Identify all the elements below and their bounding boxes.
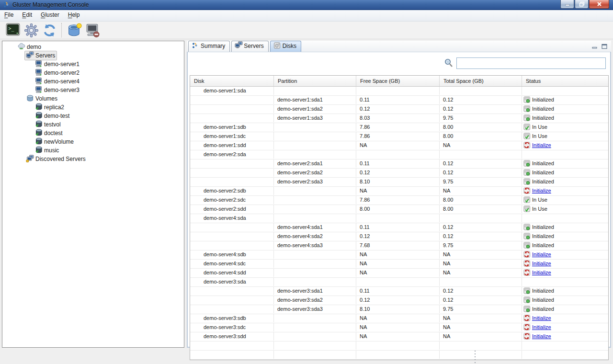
search-input[interactable] bbox=[456, 57, 606, 69]
tree-item-demo-server2[interactable]: demo-server2 bbox=[2, 68, 184, 77]
total-cell: 8.00 bbox=[440, 205, 522, 213]
in-use-icon bbox=[523, 124, 531, 130]
minimize-view-button[interactable] bbox=[591, 43, 599, 49]
tree-item-demo-test[interactable]: demo-test bbox=[2, 111, 184, 120]
initialize-link[interactable]: Initialize bbox=[532, 270, 551, 275]
table-row[interactable]: demo-server4:sda bbox=[190, 214, 608, 223]
initialize-link[interactable]: Initialize bbox=[532, 261, 551, 266]
bottom-sash-handle[interactable] bbox=[475, 351, 476, 363]
toolbar-separator bbox=[61, 23, 62, 37]
table-row[interactable]: demo-server3:sda20.120.12Initialized bbox=[190, 296, 608, 305]
table-row[interactable]: demo-server3:sdbNANAInitialize bbox=[190, 314, 608, 323]
tab-disks[interactable]: Disks bbox=[270, 41, 301, 52]
disk-cell: demo-server3:sdb bbox=[190, 314, 274, 322]
table-row[interactable]: demo-server2:sdc7.868.00In Use bbox=[190, 196, 608, 205]
table-row[interactable]: demo-server4:sdcNANAInitialize bbox=[190, 260, 608, 269]
table-row[interactable] bbox=[190, 351, 608, 360]
column-header-total-space-gb[interactable]: Total Space (GB) bbox=[440, 76, 522, 86]
tree-item-demo-server1[interactable]: demo-server1 bbox=[2, 59, 184, 68]
status-cell: Initialized bbox=[522, 114, 607, 122]
table-row[interactable] bbox=[190, 341, 608, 351]
settings-gear-button[interactable] bbox=[22, 22, 40, 38]
menu-edit[interactable]: Edit bbox=[18, 10, 36, 21]
partition-cell bbox=[274, 278, 356, 286]
menu-gluster[interactable]: Gluster bbox=[36, 10, 64, 21]
table-row[interactable]: demo-server1:sdb7.868.00In Use bbox=[190, 123, 608, 132]
table-header: DiskPartitionFree Space (GB)Total Space … bbox=[190, 76, 608, 87]
table-row[interactable]: demo-server4:sda10.110.12Initialized bbox=[190, 223, 608, 232]
tree-item-servers[interactable]: Servers bbox=[2, 51, 184, 59]
maximize-view-button[interactable] bbox=[601, 43, 608, 49]
table-row[interactable]: demo-server3:sdcNANAInitialize bbox=[190, 323, 608, 332]
tree-item-music[interactable]: music bbox=[2, 146, 184, 154]
table-row[interactable]: demo-server3:sddNANAInitialize bbox=[190, 332, 608, 341]
tree-item-testvol[interactable]: testvol bbox=[2, 120, 184, 128]
close-button[interactable] bbox=[589, 0, 609, 9]
initialize-link[interactable]: Initialize bbox=[532, 251, 551, 257]
table-row[interactable]: demo-server4:sddNANAInitialize bbox=[190, 269, 608, 278]
column-header-partition[interactable]: Partition bbox=[274, 76, 356, 86]
status-label: Initialized bbox=[532, 224, 554, 230]
table-row[interactable]: demo-server2:sda38.109.75Initialized bbox=[190, 178, 608, 187]
table-row[interactable]: demo-server2:sdbNANAInitialize bbox=[190, 187, 608, 196]
refresh-button[interactable] bbox=[40, 22, 58, 38]
table-row[interactable]: demo-server1:sda bbox=[190, 87, 608, 96]
tree-item-label: demo-server4 bbox=[44, 78, 79, 85]
maximize-button[interactable] bbox=[575, 0, 589, 9]
column-header-status[interactable]: Status bbox=[522, 76, 607, 86]
partition-cell: demo-server2:sda3 bbox=[274, 178, 356, 186]
table-row[interactable]: demo-server1:sda10.110.12Initialized bbox=[190, 96, 608, 105]
tree-item-label: newVolume bbox=[44, 138, 74, 145]
tree-item-doctest[interactable]: doctest bbox=[2, 128, 184, 137]
status-label: Initialized bbox=[532, 179, 554, 184]
initialize-link[interactable]: Initialize bbox=[532, 315, 551, 321]
status-label: Initialized bbox=[532, 306, 554, 312]
total-cell: NA bbox=[440, 260, 522, 268]
tree-item-replica2[interactable]: replica2 bbox=[2, 102, 184, 111]
table-row[interactable]: demo-server1:sddNANAInitialize bbox=[190, 141, 608, 150]
table-row[interactable]: demo-server1:sda20.120.12Initialized bbox=[190, 105, 608, 114]
minimize-button[interactable] bbox=[560, 0, 574, 9]
table-row[interactable]: demo-server1:sda38.039.75Initialized bbox=[190, 114, 608, 123]
table-row[interactable]: demo-server2:sdd8.008.00In Use bbox=[190, 205, 608, 214]
table-row[interactable]: demo-server4:sda37.689.75Initialized bbox=[190, 241, 608, 250]
titlebar[interactable]: Gluster Management Console bbox=[0, 0, 613, 10]
table-row[interactable]: demo-server2:sda bbox=[190, 150, 608, 159]
window-controls bbox=[560, 0, 609, 9]
tree-item-demo-server3[interactable]: demo-server3 bbox=[2, 85, 184, 94]
initialize-link[interactable]: Initialize bbox=[532, 324, 551, 330]
create-volume-button[interactable] bbox=[65, 22, 83, 38]
table-row[interactable]: demo-server3:sda10.110.12Initialized bbox=[190, 287, 608, 296]
table-row[interactable]: demo-server4:sdbNANAInitialize bbox=[190, 250, 608, 260]
tree-item-label: replica2 bbox=[44, 104, 64, 111]
tree-item-volumes[interactable]: Volumes bbox=[2, 94, 184, 102]
tree-item-newvolume[interactable]: newVolume bbox=[2, 137, 184, 146]
remove-server-button[interactable] bbox=[83, 22, 102, 38]
tab-servers[interactable]: Servers bbox=[231, 41, 268, 52]
free-cell: NA bbox=[356, 323, 440, 331]
table-row[interactable]: demo-server2:sda10.110.12Initialized bbox=[190, 159, 608, 169]
column-header-disk[interactable]: Disk bbox=[190, 76, 274, 86]
tree-item-discovered-servers[interactable]: Discovered Servers bbox=[2, 154, 184, 163]
initialize-link[interactable]: Initialize bbox=[532, 142, 551, 148]
menu-help[interactable]: Help bbox=[64, 10, 84, 21]
status-label: In Use bbox=[532, 124, 547, 130]
initialize-icon bbox=[523, 333, 531, 340]
tree-item-label: demo-server1 bbox=[44, 61, 79, 68]
menu-file[interactable]: File bbox=[0, 10, 18, 21]
initialize-link[interactable]: Initialize bbox=[532, 188, 551, 193]
table-row[interactable]: demo-server1:sdc7.868.00In Use bbox=[190, 132, 608, 141]
column-header-free-space-gb[interactable]: Free Space (GB) bbox=[356, 76, 440, 86]
tree-item-demo-server4[interactable]: demo-server4 bbox=[2, 77, 184, 85]
table-row[interactable]: demo-server3:sda bbox=[190, 278, 608, 287]
status-label: Initialized bbox=[532, 106, 554, 112]
terminal-button[interactable]: >_ bbox=[4, 22, 22, 38]
tab-summary[interactable]: Summary bbox=[188, 41, 230, 52]
table-row[interactable]: demo-server3:sda38.109.75Initialized bbox=[190, 305, 608, 314]
table-row[interactable]: demo-server4:sda20.120.12Initialized bbox=[190, 232, 608, 241]
partition-cell bbox=[274, 196, 356, 204]
tree-item-demo[interactable]: demo bbox=[2, 42, 184, 51]
initialize-link[interactable]: Initialize bbox=[532, 333, 551, 339]
table-row[interactable]: demo-server2:sda20.120.12Initialized bbox=[190, 169, 608, 178]
disk-cell bbox=[190, 223, 274, 231]
